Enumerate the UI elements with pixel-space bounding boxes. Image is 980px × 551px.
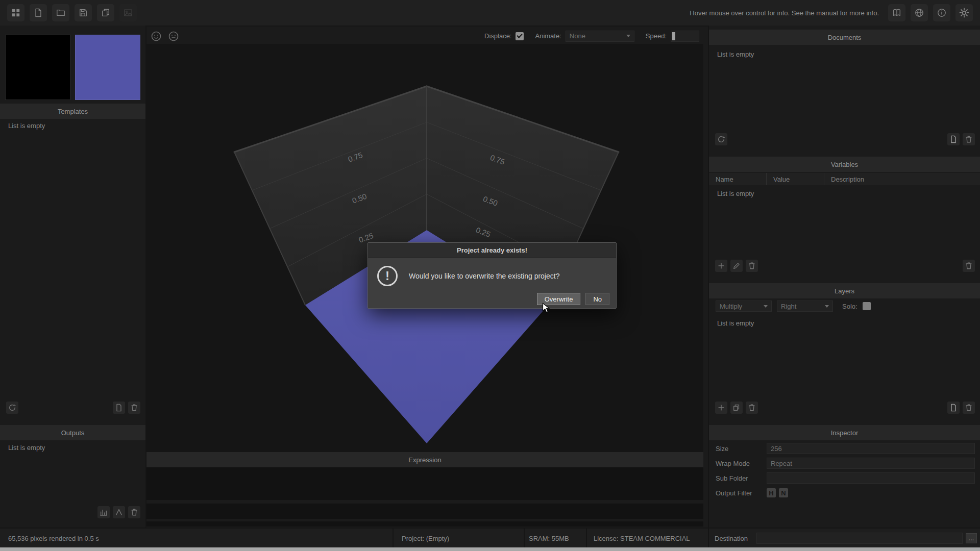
dialog-message: Would you like to overwrite the existing… (409, 272, 559, 280)
application-window: Hover mouse over control for info. See t… (0, 0, 980, 551)
mouse-cursor (542, 303, 552, 315)
overwrite-dialog: Project already exists! ! Would you like… (368, 242, 617, 309)
warning-icon: ! (377, 266, 398, 286)
dialog-title: Project already exists! (368, 243, 616, 258)
no-button[interactable]: No (585, 293, 609, 305)
